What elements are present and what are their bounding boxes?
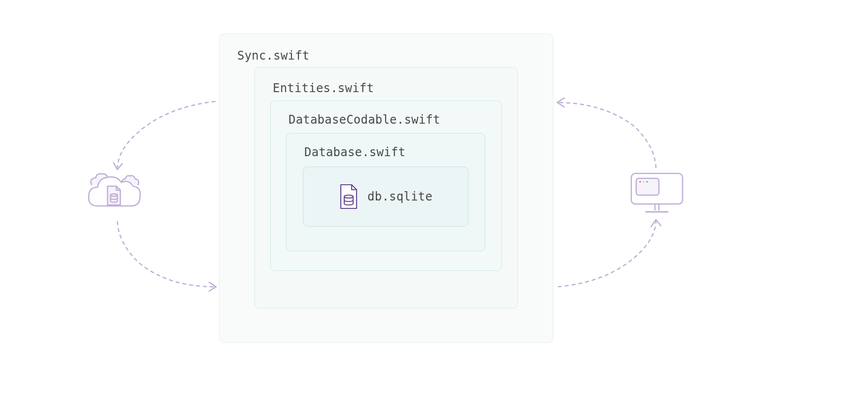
diagram-canvas: Sync.swift Entities.swift DatabaseCodabl… — [0, 0, 868, 404]
svg-point-3 — [639, 181, 641, 183]
cloud-storage-icon — [88, 168, 147, 217]
label-database: Database.swift — [304, 145, 467, 159]
svg-point-5 — [646, 181, 648, 183]
box-sqlite: db.sqlite — [303, 167, 469, 227]
label-sqlite: db.sqlite — [367, 190, 433, 203]
arrow-left-top — [108, 98, 222, 171]
label-dbcodable: DatabaseCodable.swift — [289, 113, 484, 127]
computer-icon — [627, 171, 687, 216]
database-file-icon — [339, 184, 359, 209]
svg-point-4 — [643, 181, 645, 183]
arrow-right-top — [551, 98, 665, 171]
arrow-left-bottom — [108, 218, 222, 292]
arrow-right-bottom — [551, 218, 665, 292]
label-entities: Entities.swift — [273, 81, 500, 95]
label-sync: Sync.swift — [237, 49, 535, 63]
svg-rect-2 — [636, 178, 659, 195]
